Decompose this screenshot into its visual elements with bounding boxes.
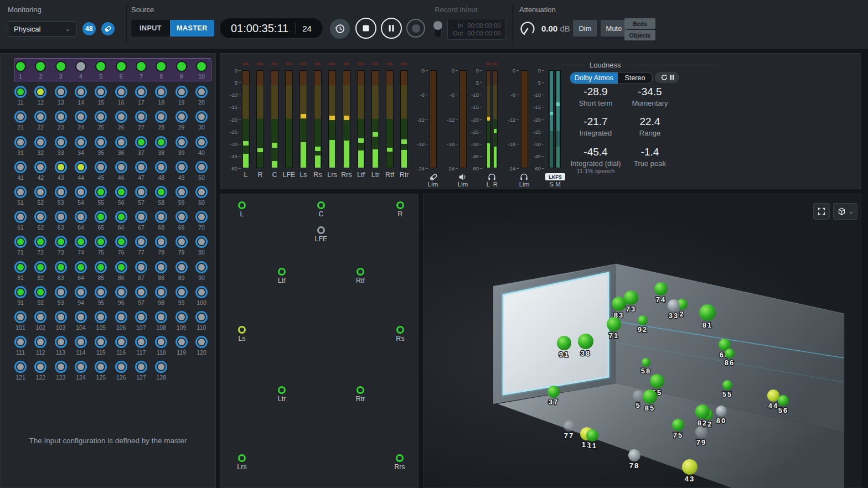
channel-40[interactable]: 40 (193, 136, 210, 156)
channel-76[interactable]: 76 (113, 236, 130, 256)
channel-84[interactable]: 84 (73, 261, 89, 281)
channel-75[interactable]: 75 (92, 236, 109, 256)
channel-34[interactable]: 34 (73, 136, 89, 156)
channel-105[interactable]: 105 (92, 311, 109, 331)
channel-86[interactable]: 86 (113, 261, 130, 281)
channel-13[interactable]: 13 (53, 86, 69, 106)
channel-63[interactable]: 63 (53, 211, 69, 231)
speaker-rtr[interactable] (356, 386, 364, 394)
speaker-l[interactable] (238, 201, 246, 209)
channel-121[interactable]: 121 (12, 361, 29, 381)
channel-120[interactable]: 120 (193, 336, 210, 356)
channel-71[interactable]: 71 (12, 236, 29, 256)
speaker-ls[interactable] (238, 326, 246, 334)
channel-126[interactable]: 126 (113, 361, 130, 381)
pause-loudness-icon[interactable] (670, 75, 674, 80)
channel-45[interactable]: 45 (92, 161, 109, 181)
channel-106[interactable]: 106 (113, 311, 130, 331)
channel-111[interactable]: 111 (12, 336, 29, 356)
channel-60[interactable]: 60 (193, 186, 210, 206)
channel-23[interactable]: 23 (53, 111, 69, 131)
channel-27[interactable]: 27 (133, 111, 149, 131)
pause-button[interactable] (381, 18, 402, 39)
speaker-r[interactable] (396, 201, 404, 209)
channel-93[interactable]: 93 (53, 286, 69, 306)
channel-109[interactable]: 109 (173, 311, 190, 331)
channel-77[interactable]: 77 (133, 236, 149, 256)
channel-57[interactable]: 57 (133, 186, 149, 206)
channel-46[interactable]: 46 (113, 161, 130, 181)
speaker-lrs[interactable] (238, 454, 246, 462)
channel-11[interactable]: 11 (12, 86, 29, 106)
channel-67[interactable]: 67 (133, 211, 149, 231)
channel-37[interactable]: 37 (133, 136, 149, 156)
channel-16[interactable]: 16 (113, 86, 130, 106)
channel-5[interactable]: 5 (92, 61, 109, 80)
channel-49[interactable]: 49 (173, 161, 190, 181)
channel-119[interactable]: 119 (173, 336, 190, 356)
channel-43[interactable]: 43 (53, 161, 69, 181)
channel-88[interactable]: 88 (153, 261, 169, 281)
channel-82[interactable]: 82 (32, 261, 49, 281)
channel-113[interactable]: 113 (53, 336, 69, 356)
channel-127[interactable]: 127 (133, 361, 149, 381)
channel-25[interactable]: 25 (92, 111, 109, 131)
channel-59[interactable]: 59 (173, 186, 190, 206)
channel-35[interactable]: 35 (92, 136, 109, 156)
record-button[interactable] (406, 19, 425, 38)
channel-55[interactable]: 55 (92, 186, 109, 206)
channel-3[interactable]: 3 (53, 61, 69, 80)
channel-104[interactable]: 104 (73, 311, 89, 331)
channel-74[interactable]: 74 (73, 236, 89, 256)
channel-31[interactable]: 31 (12, 136, 29, 156)
reset-icon[interactable] (660, 74, 667, 81)
source-master-button[interactable]: MASTER (170, 20, 214, 37)
channel-2[interactable]: 2 (32, 61, 49, 80)
channel-78[interactable]: 78 (153, 236, 169, 256)
beds-button[interactable]: Beds (624, 18, 655, 29)
return-to-start-button[interactable] (330, 19, 350, 39)
channel-9[interactable]: 9 (173, 61, 190, 80)
channel-124[interactable]: 124 (73, 361, 89, 381)
channel-116[interactable]: 116 (113, 336, 130, 356)
channel-44[interactable]: 44 (73, 161, 89, 181)
channel-42[interactable]: 42 (32, 161, 49, 181)
channel-6[interactable]: 6 (113, 61, 130, 80)
channel-41[interactable]: 41 (12, 161, 29, 181)
channel-90[interactable]: 90 (193, 261, 210, 281)
fullscreen-button[interactable] (813, 203, 830, 220)
channel-114[interactable]: 114 (73, 336, 89, 356)
channel-94[interactable]: 94 (73, 286, 89, 306)
channel-12[interactable]: 12 (32, 86, 49, 106)
speaker-rs[interactable] (396, 326, 404, 334)
channel-87[interactable]: 87 (133, 261, 149, 281)
channel-118[interactable]: 118 (153, 336, 169, 356)
speaker-lfe[interactable] (317, 226, 325, 234)
channel-53[interactable]: 53 (53, 186, 69, 206)
channel-36[interactable]: 36 (113, 136, 130, 156)
objects-button[interactable]: Objects (624, 30, 655, 40)
channel-1[interactable]: 1 (12, 61, 29, 80)
channel-122[interactable]: 122 (32, 361, 49, 381)
tab-stereo[interactable]: Stereo (618, 72, 652, 84)
channel-29[interactable]: 29 (173, 111, 190, 131)
channel-58[interactable]: 58 (153, 186, 169, 206)
channel-92[interactable]: 92 (32, 286, 49, 306)
channel-48[interactable]: 48 (153, 161, 169, 181)
channel-21[interactable]: 21 (12, 111, 29, 131)
record-inout-toggle-knob[interactable] (433, 21, 442, 30)
channel-20[interactable]: 20 (193, 86, 210, 106)
channel-102[interactable]: 102 (32, 311, 49, 331)
attenuation-knob[interactable] (519, 20, 536, 37)
channel-65[interactable]: 65 (92, 211, 109, 231)
channel-28[interactable]: 28 (153, 111, 169, 131)
channel-22[interactable]: 22 (32, 111, 49, 131)
channel-47[interactable]: 47 (133, 161, 149, 181)
channel-96[interactable]: 96 (113, 286, 130, 306)
channel-18[interactable]: 18 (153, 86, 169, 106)
channel-100[interactable]: 100 (193, 286, 210, 306)
channel-81[interactable]: 81 (12, 261, 29, 281)
channel-112[interactable]: 112 (32, 336, 49, 356)
channel-17[interactable]: 17 (133, 86, 149, 106)
channel-8[interactable]: 8 (153, 61, 169, 80)
